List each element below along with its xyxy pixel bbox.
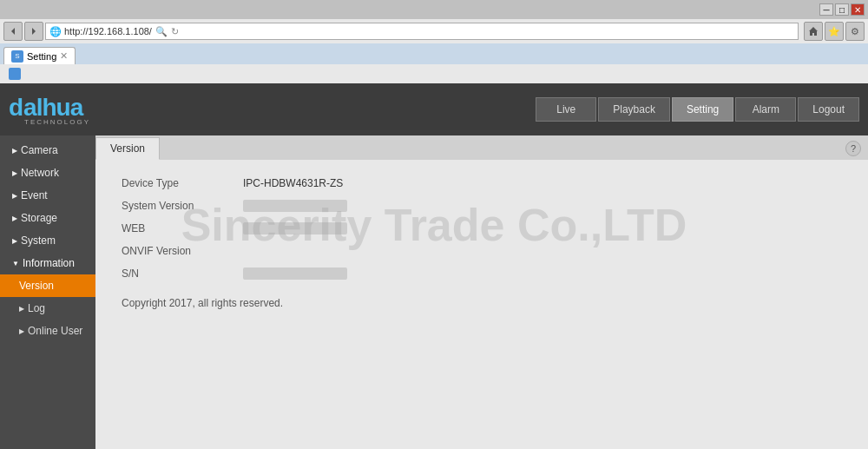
address-bar-container: 🌐 http://192.168.1.108/ 🔍 ↻: [45, 23, 799, 40]
content-panel: Version ? Device Type IPC-HDBW4631R-ZS S…: [95, 135, 868, 449]
sidebar-item-storage[interactable]: ▶ Storage: [0, 207, 95, 229]
favorite-icon: [9, 68, 21, 80]
storage-arrow-icon: ▶: [12, 215, 17, 222]
forward-button[interactable]: [24, 22, 43, 41]
title-bar: ─ □ ✕: [0, 0, 868, 19]
info-row-system-version: System Version: [122, 200, 842, 212]
address-bar[interactable]: 🌐 http://192.168.1.108/ 🔍 ↻: [45, 23, 799, 40]
system-version-label: System Version: [122, 200, 243, 212]
nav-logout-button[interactable]: Logout: [798, 97, 859, 122]
app-container: d alhua TECHNOLOGY Live Playback Setting…: [0, 83, 868, 449]
onvif-version-label: ONVIF Version: [122, 245, 243, 257]
device-type-value: IPC-HDBW4631R-ZS: [243, 177, 343, 189]
logo-subtitle: TECHNOLOGY: [9, 118, 90, 126]
dahua-header: d alhua TECHNOLOGY Live Playback Setting…: [0, 83, 868, 135]
info-row-sn: S/N: [122, 267, 842, 280]
online-user-arrow-icon: ▶: [19, 327, 24, 335]
camera-arrow-icon: ▶: [12, 147, 17, 155]
favorites-bar: [0, 64, 868, 83]
web-value: [243, 222, 347, 234]
refresh-icon[interactable]: ↻: [171, 26, 179, 37]
content-tab-bar: Version ?: [95, 135, 868, 160]
sn-value: [243, 267, 347, 280]
minimize-button[interactable]: ─: [819, 3, 833, 16]
sidebar-version-label: Version: [19, 280, 54, 292]
system-version-value: [243, 200, 347, 212]
sidebar-system-label: System: [21, 234, 56, 247]
help-button[interactable]: ?: [845, 141, 861, 156]
sidebar-item-log[interactable]: ▶ Log: [0, 297, 95, 320]
tab-close-button[interactable]: ✕: [60, 50, 68, 62]
info-row-web: WEB: [122, 222, 842, 234]
info-row-onvif-version: ONVIF Version: [122, 245, 842, 257]
nav-setting-button[interactable]: Setting: [672, 97, 733, 122]
network-arrow-icon: ▶: [12, 169, 17, 177]
sidebar: ▶ Camera ▶ Network ▶ Event ▶ Storage ▶ S…: [0, 135, 95, 449]
sn-label: S/N: [122, 267, 243, 280]
sidebar-log-label: Log: [28, 302, 45, 314]
sidebar-item-online-user[interactable]: ▶ Online User: [0, 320, 95, 342]
nav-playback-button[interactable]: Playback: [598, 97, 670, 122]
content-tab-version[interactable]: Version: [95, 137, 160, 160]
info-row-device-type: Device Type IPC-HDBW4631R-ZS: [122, 177, 842, 189]
sidebar-item-network[interactable]: ▶ Network: [0, 162, 95, 184]
header-nav: Live Playback Setting Alarm Logout: [536, 97, 859, 122]
close-button[interactable]: ✕: [851, 3, 865, 16]
event-arrow-icon: ▶: [12, 192, 17, 200]
content-body: Device Type IPC-HDBW4631R-ZS System Vers…: [95, 160, 868, 449]
tab-favicon: S: [11, 50, 23, 63]
sidebar-item-system[interactable]: ▶ System: [0, 229, 95, 252]
favorites-button[interactable]: ⭐: [825, 22, 844, 41]
sidebar-event-label: Event: [21, 189, 48, 201]
copyright-text: Copyright 2017, all rights reserved.: [122, 297, 842, 309]
browser-tab-setting[interactable]: S Setting ✕: [3, 47, 76, 64]
sidebar-network-label: Network: [21, 167, 59, 179]
device-type-label: Device Type: [122, 177, 243, 189]
favorite-item[interactable]: [5, 66, 24, 82]
main-content: ▶ Camera ▶ Network ▶ Event ▶ Storage ▶ S…: [0, 135, 868, 449]
back-button[interactable]: [3, 22, 23, 41]
svg-marker-1: [32, 28, 36, 35]
sidebar-storage-label: Storage: [21, 212, 57, 224]
nav-bar: 🌐 http://192.168.1.108/ 🔍 ↻ ⭐ ⚙: [0, 19, 868, 43]
sidebar-item-information[interactable]: ▼ Information: [0, 252, 95, 274]
system-arrow-icon: ▶: [12, 237, 17, 245]
tab-bar: S Setting ✕: [0, 43, 868, 64]
web-label: WEB: [122, 222, 243, 234]
nav-alarm-button[interactable]: Alarm: [735, 97, 796, 122]
dahua-logo: d alhua TECHNOLOGY: [9, 94, 90, 126]
information-arrow-icon: ▼: [12, 260, 19, 267]
tab-label: Setting: [27, 51, 56, 62]
svg-marker-0: [11, 28, 15, 35]
address-text: http://192.168.1.108/: [64, 26, 152, 36]
home-button[interactable]: [804, 22, 823, 41]
sidebar-online-user-label: Online User: [28, 325, 82, 337]
log-arrow-icon: ▶: [19, 305, 24, 313]
maximize-button[interactable]: □: [835, 3, 849, 16]
sidebar-camera-label: Camera: [21, 144, 58, 156]
sidebar-item-version[interactable]: Version: [0, 274, 95, 297]
sidebar-item-camera[interactable]: ▶ Camera: [0, 139, 95, 162]
sidebar-information-label: Information: [23, 257, 75, 269]
sidebar-item-event[interactable]: ▶ Event: [0, 184, 95, 207]
nav-live-button[interactable]: Live: [536, 97, 596, 122]
svg-marker-2: [809, 27, 818, 36]
settings-button[interactable]: ⚙: [845, 22, 865, 41]
